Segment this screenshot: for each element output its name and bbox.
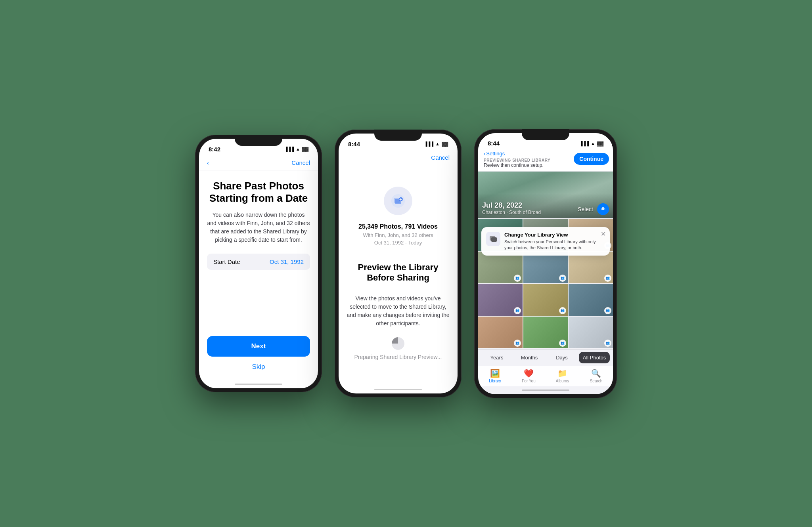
wifi-icon-2: ▲	[435, 141, 440, 146]
status-icons-1: ▐▐▐ ▲ ▓▓	[285, 147, 308, 151]
tab-albums[interactable]: 📁 Albums	[546, 366, 579, 386]
photo-count: 25,349 Photos, 791 Videos	[347, 223, 450, 230]
spinner	[392, 337, 404, 350]
photo-location: Charleston · South of Broad	[482, 210, 541, 215]
tab-all-photos[interactable]: All Photos	[579, 352, 610, 363]
library-icon: 🖼️	[490, 369, 500, 378]
home-indicator-1	[235, 384, 282, 385]
notch-2	[374, 130, 422, 141]
photo-cell[interactable]: 👥	[523, 284, 568, 316]
photo-cell[interactable]: 👥	[478, 252, 523, 283]
hero-overlay: Jul 28, 2022 Charleston · South of Broad…	[478, 193, 613, 218]
grid-row-4: 👥 👥 👥	[478, 317, 613, 348]
tab-search[interactable]: 🔍 Search	[579, 366, 613, 386]
notch-1	[235, 135, 282, 146]
shared-badge: 👥	[604, 340, 611, 347]
date-value: Oct 31, 1992	[270, 258, 304, 265]
shared-badge: 👥	[514, 275, 521, 282]
svg-rect-5	[491, 237, 497, 242]
photo-date: Jul 28, 2022	[482, 201, 541, 210]
hero-photo-row: Jul 28, 2022 Charleston · South of Broad…	[478, 172, 613, 218]
tab-library[interactable]: 🖼️ Library	[478, 366, 512, 386]
grid-row-3: 👥 👥 👥	[478, 284, 613, 316]
chevron-left-icon: ‹	[207, 159, 209, 166]
time-1: 8:42	[209, 146, 220, 153]
phone-1: 8:42 ▐▐▐ ▲ ▓▓ ‹ Cancel Share Past Photos…	[195, 135, 322, 392]
signal-icon-2: ▐▐▐	[424, 141, 433, 146]
cancel-button-2[interactable]: Cancel	[431, 154, 450, 161]
shared-badge: 👥	[559, 340, 566, 347]
albums-icon: 📁	[557, 369, 567, 378]
wifi-icon-3: ▲	[591, 141, 595, 146]
photo-cell[interactable]: 👥	[478, 284, 523, 316]
share-icon-circle	[384, 187, 412, 215]
screen-content-1: Share Past Photos Starting from a Date Y…	[199, 170, 318, 380]
shared-badge: 👥	[514, 340, 521, 347]
time-3: 8:44	[488, 140, 500, 147]
home-indicator-3	[522, 390, 569, 391]
photo-cell[interactable]: 👥	[569, 252, 613, 283]
tooltip-icon	[486, 232, 500, 246]
battery-icon-3: ▓▓	[597, 141, 603, 146]
battery-icon: ▓▓	[302, 147, 308, 151]
tab-days[interactable]: Days	[546, 352, 577, 363]
wifi-icon: ▲	[296, 147, 300, 151]
battery-icon-2: ▓▓	[442, 141, 448, 146]
time-tabs-bar: Years Months Days All Photos	[478, 349, 613, 366]
signal-icon-3: ▐▐▐	[580, 141, 589, 146]
tooltip-body: Switch between your Personal Library wit…	[504, 239, 605, 251]
tab-months[interactable]: Months	[514, 352, 545, 363]
tooltip-title: Change Your Library View	[504, 232, 605, 238]
spacer	[207, 279, 310, 336]
heart-icon: ❤️	[524, 369, 534, 378]
tooltip-text: Change Your Library View Switch between …	[504, 232, 605, 251]
photo-cell[interactable]: 👥	[569, 317, 613, 348]
screen-title-1: Share Past Photos Starting from a Date	[207, 180, 310, 204]
preview-title: Preview the Library Before Sharing	[347, 262, 450, 283]
shared-badge: 👥	[604, 307, 611, 314]
shared-badge: 👥	[559, 275, 566, 282]
nav-bar-1: ‹ Cancel	[199, 156, 318, 170]
screen-body-1: You can also narrow down the photos and …	[207, 211, 310, 244]
tooltip-card: Change Your Library View Switch between …	[481, 227, 610, 256]
shared-badge: 👥	[559, 307, 566, 314]
photo-cell[interactable]: 👥	[569, 284, 613, 316]
phone-2: 8:44 ▐▐▐ ▲ ▓▓ Cancel 25,349 Photo	[335, 130, 462, 397]
cancel-button-1[interactable]: Cancel	[291, 159, 310, 166]
photo-cell[interactable]: 👥	[478, 317, 523, 348]
shared-badge: 👥	[514, 307, 521, 314]
home-indicator-2	[374, 389, 422, 390]
chevron-left-icon-3: ‹	[484, 151, 485, 157]
nav-tabs-bar: 🖼️ Library ❤️ For You 📁 Albums 🔍 Search	[478, 366, 613, 386]
shared-badge: 👥	[604, 275, 611, 282]
status-icons-3: ▐▐▐ ▲ ▓▓	[580, 141, 603, 146]
nav-bar-2: Cancel	[339, 151, 458, 165]
photo-sub: With Finn, John, and 32 others Oct 31, 1…	[347, 232, 450, 246]
preparing-area: Preparing Shared Library Preview...	[347, 337, 450, 360]
photo-cell[interactable]: 👥	[523, 317, 568, 348]
select-button[interactable]: Select	[578, 206, 593, 212]
screen-content-2: 25,349 Photos, 791 Videos With Finn, Joh…	[339, 165, 458, 385]
preparing-text: Preparing Shared Library Preview...	[354, 354, 442, 360]
skip-button[interactable]: Skip	[207, 363, 310, 371]
status-icons-2: ▐▐▐ ▲ ▓▓	[424, 141, 448, 146]
time-2: 8:44	[348, 141, 360, 147]
back-button-1[interactable]: ‹	[207, 159, 209, 166]
date-label: Start Date	[213, 258, 240, 265]
phone-3: 8:44 ▐▐▐ ▲ ▓▓ ‹ Settings PREVIEWING SHAR…	[474, 129, 617, 398]
signal-icon: ▐▐▐	[285, 147, 294, 151]
tooltip-close-button[interactable]: ✕	[601, 230, 606, 238]
shared-library-icon[interactable]	[597, 203, 609, 215]
search-icon: 🔍	[591, 369, 601, 378]
grid-row-2: 👥 👥 👥	[478, 252, 613, 283]
continue-button[interactable]: Continue	[574, 153, 609, 165]
notch-3	[522, 129, 569, 140]
preview-body: View the photos and videos you've select…	[347, 294, 450, 328]
date-row[interactable]: Start Date Oct 31, 1992	[207, 254, 310, 270]
tab-years[interactable]: Years	[481, 352, 512, 363]
photo-grid: Jul 28, 2022 Charleston · South of Broad…	[478, 172, 613, 349]
tab-for-you[interactable]: ❤️ For You	[512, 366, 546, 386]
next-button[interactable]: Next	[207, 336, 310, 357]
photo-cell[interactable]: 👥	[523, 252, 568, 283]
